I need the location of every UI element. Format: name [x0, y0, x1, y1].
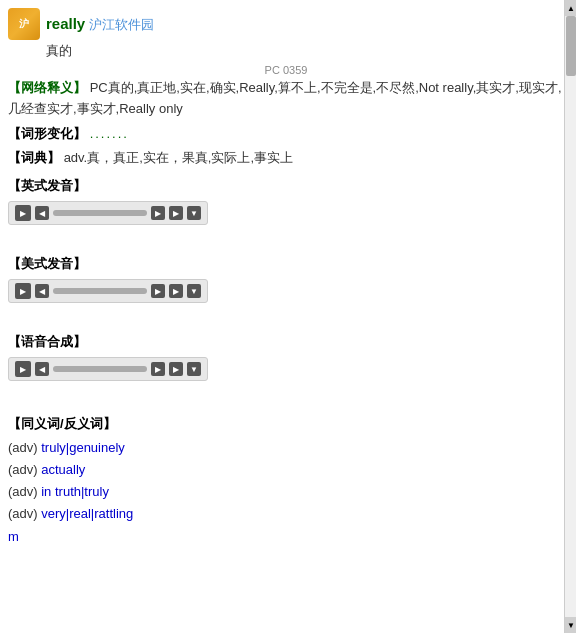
list-item: (adv) actually: [8, 459, 564, 481]
english-audio-player: ▶ ◀ ▶ ▶ ▼: [8, 201, 208, 225]
syn-words-3: very|real|rattling: [41, 506, 133, 521]
syn-words-0: truly|genuinely: [41, 440, 125, 455]
syn-pos-1: (adv): [8, 462, 41, 477]
american-next-button[interactable]: ▶: [151, 284, 165, 298]
american-next2-button[interactable]: ▶: [169, 284, 183, 298]
synthesis-play-button[interactable]: ▶: [15, 361, 31, 377]
english-next2-button[interactable]: ▶: [169, 206, 183, 220]
syn-words-4: m: [8, 529, 19, 544]
site-watermark: 沪江软件园: [89, 16, 154, 34]
scroll-down-arrow[interactable]: ▼: [565, 617, 576, 633]
syn-pos-2: (adv): [8, 484, 41, 499]
synthesis-audio-player: ▶ ◀ ▶ ▶ ▼: [8, 357, 208, 381]
synthesis-next-button[interactable]: ▶: [151, 362, 165, 376]
word-forms-section: 【词形变化】 .......: [8, 124, 564, 145]
american-prev-button[interactable]: ◀: [35, 284, 49, 298]
network-def-label: 【网络释义】: [8, 80, 86, 95]
english-volume-button[interactable]: ▼: [187, 206, 201, 220]
scroll-track: [565, 16, 576, 617]
list-item: (adv) in truth|truly: [8, 481, 564, 503]
syn-pos-0: (adv): [8, 440, 41, 455]
synthesis-prev-button[interactable]: ◀: [35, 362, 49, 376]
logo-icon: 沪: [8, 8, 40, 40]
chinese-meaning-area: 真的: [46, 42, 564, 60]
scroll-thumb[interactable]: [566, 16, 576, 76]
network-def-content: PC真的,真正地,实在,确实,Really,算不上,不完全是,不尽然,Not r…: [8, 80, 562, 116]
english-next-button[interactable]: ▶: [151, 206, 165, 220]
synthesis-volume-button[interactable]: ▼: [187, 362, 201, 376]
dictionary-content: adv.真，真正,实在，果真,实际上,事实上: [64, 150, 293, 165]
synonyms-heading: 【同义词/反义词】: [8, 415, 564, 433]
english-progress-bar: [53, 210, 147, 216]
synthesis-progress-bar: [53, 366, 147, 372]
scroll-up-arrow[interactable]: ▲: [565, 0, 576, 16]
word-forms-label: 【词形变化】: [8, 126, 86, 141]
american-pronunciation-heading: 【美式发音】: [8, 255, 564, 273]
list-item: (adv) very|real|rattling: [8, 503, 564, 525]
speech-synthesis-heading: 【语音合成】: [8, 333, 564, 351]
synthesis-next2-button[interactable]: ▶: [169, 362, 183, 376]
network-definition-section: 【网络释义】 PC真的,真正地,实在,确实,Really,算不上,不完全是,不尽…: [8, 78, 564, 120]
dictionary-section: 【词典】 adv.真，真正,实在，果真,实际上,事实上: [8, 148, 564, 169]
list-item: m: [8, 526, 564, 548]
english-pronunciation-heading: 【英式发音】: [8, 177, 564, 195]
english-prev-button[interactable]: ◀: [35, 206, 49, 220]
scrollbar[interactable]: ▲ ▼: [564, 0, 576, 633]
american-progress-bar: [53, 288, 147, 294]
word-title: really: [46, 15, 85, 32]
syn-pos-3: (adv): [8, 506, 41, 521]
american-audio-player: ▶ ◀ ▶ ▶ ▼: [8, 279, 208, 303]
dictionary-label: 【词典】: [8, 150, 60, 165]
chinese-meaning: 真的: [46, 43, 72, 58]
american-volume-button[interactable]: ▼: [187, 284, 201, 298]
american-play-button[interactable]: ▶: [15, 283, 31, 299]
watermark-label: PC 0359: [8, 64, 564, 76]
syn-words-2: in truth|truly: [41, 484, 109, 499]
list-item: (adv) truly|genuinely: [8, 437, 564, 459]
english-play-button[interactable]: ▶: [15, 205, 31, 221]
logo-text: 沪: [19, 17, 29, 31]
logo-box: 沪: [8, 8, 40, 40]
word-forms-dots: .......: [90, 126, 129, 141]
syn-words-1: actually: [41, 462, 85, 477]
synonyms-list: (adv) truly|genuinely (adv) actually (ad…: [8, 437, 564, 547]
